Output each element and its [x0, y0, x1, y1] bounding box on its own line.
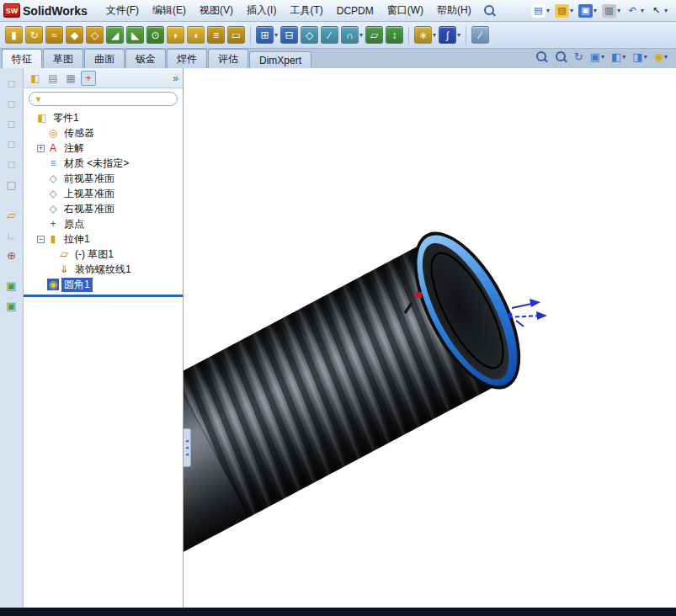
dropdown-arrow-icon[interactable]: ▾: [274, 31, 278, 39]
tree-item-annotations[interactable]: +A注解: [24, 141, 183, 156]
dropdown-arrow-icon[interactable]: ▾: [359, 31, 363, 39]
display-style-button[interactable]: ◧▾: [611, 50, 625, 63]
tree-item-fillet1[interactable]: ◉圆角1: [24, 277, 183, 292]
propertymanager-tab-icon[interactable]: ▤: [45, 71, 61, 86]
tree-item-front-plane[interactable]: ◇前视基准面: [24, 171, 183, 186]
select-tool-button[interactable]: ∕: [471, 26, 489, 44]
dropdown-arrow-icon[interactable]: ▾: [622, 53, 625, 61]
open-document-button[interactable]: ▨▾: [555, 4, 573, 18]
sketch-edit-icon[interactable]: ▱: [3, 206, 20, 223]
rebuild-icon[interactable]: ▣: [3, 277, 20, 294]
dimension-icon[interactable]: ∟: [3, 226, 20, 243]
loft-boss-button[interactable]: ◆: [66, 26, 83, 44]
spline-tool-button[interactable]: ∫▾: [439, 26, 460, 44]
panel-chevron-icon[interactable]: »: [173, 72, 178, 84]
reference-axis-button[interactable]: ∕: [321, 26, 338, 44]
filter-bar[interactable]: ▼: [29, 92, 178, 106]
view-front-icon[interactable]: □: [3, 95, 20, 112]
dropdown-arrow-icon[interactable]: ▾: [593, 7, 597, 14]
menu-edit[interactable]: 编辑(E): [146, 1, 193, 20]
hide-show-button[interactable]: ◨▾: [632, 50, 647, 63]
smart-dimension-button[interactable]: ↕: [386, 26, 403, 44]
save-document-button[interactable]: ▣▾: [578, 4, 597, 18]
view-palette-icon[interactable]: □: [3, 75, 20, 92]
view-orientation-button[interactable]: ▣▾: [590, 50, 604, 63]
appearances-button[interactable]: ∗▾: [414, 26, 436, 44]
menu-help[interactable]: 帮助(H): [430, 1, 478, 20]
mirror-button[interactable]: ⊟: [280, 26, 298, 44]
menu-file[interactable]: 文件(F): [99, 1, 146, 20]
tab-评估[interactable]: 评估: [208, 49, 248, 68]
view-section-icon[interactable]: ▢: [3, 176, 20, 193]
appearance-button[interactable]: ◉▾: [654, 50, 668, 63]
rollback-bar[interactable]: [24, 295, 183, 297]
dropdown-arrow-icon[interactable]: ▾: [617, 7, 620, 14]
tab-DimXpert[interactable]: DimXpert: [249, 51, 311, 68]
expand-icon[interactable]: +: [37, 145, 45, 152]
new-document-button[interactable]: ▤▾: [531, 4, 550, 18]
menu-tools[interactable]: 工具(T): [283, 1, 329, 20]
featuremanager-tab-icon[interactable]: ◧: [28, 71, 43, 86]
settings-icon[interactable]: ▣: [3, 297, 20, 314]
revolved-cut-button[interactable]: ◣: [126, 26, 144, 44]
menu-dcpdm[interactable]: DCPDM: [330, 3, 381, 19]
swept-boss-button[interactable]: ≈: [45, 26, 63, 44]
revolve-boss-button[interactable]: ↻: [25, 26, 43, 44]
print-document-button[interactable]: ▥▾: [602, 4, 620, 18]
curves-button[interactable]: ∩▾: [341, 26, 363, 44]
tree-item-sketch1[interactable]: ▱(-) 草图1: [24, 247, 183, 262]
tree-item-cosmetic-thread1[interactable]: ⇓装饰螺纹线1: [24, 262, 183, 277]
threaded-rod-model[interactable]: [184, 215, 542, 608]
model-3d-view[interactable]: [184, 68, 676, 608]
dropdown-arrow-icon[interactable]: ▾: [546, 7, 550, 14]
view-right-icon[interactable]: □: [3, 135, 20, 152]
extruded-cut-button[interactable]: ◢: [106, 26, 124, 44]
tree-item-material[interactable]: ≡材质 <未指定>: [24, 156, 183, 171]
rib-button[interactable]: ≡: [207, 26, 225, 44]
select-pointer-button[interactable]: ↖▾: [649, 4, 668, 18]
graphics-viewport[interactable]: ◂◂◂: [184, 68, 676, 608]
tab-钣金[interactable]: 钣金: [125, 49, 166, 68]
zoom-to-area-button[interactable]: [555, 50, 567, 63]
extrude-boss-button[interactable]: ▮: [5, 26, 23, 44]
undo-button[interactable]: ↶▾: [625, 4, 644, 18]
menu-insert[interactable]: 插入(I): [240, 1, 283, 20]
tab-曲面[interactable]: 曲面: [84, 49, 125, 68]
dropdown-arrow-icon[interactable]: ▾: [433, 31, 436, 39]
tab-焊件[interactable]: 焊件: [167, 49, 207, 68]
menu-view[interactable]: 视图(V): [193, 1, 240, 20]
panel-splitter-handle[interactable]: ◂◂◂: [184, 428, 191, 467]
search-icon[interactable]: [483, 4, 496, 17]
hole-wizard-button[interactable]: ⊙: [146, 26, 164, 44]
tree-item-right-plane[interactable]: ◇右视基准面: [24, 201, 183, 216]
fillet-button[interactable]: ◗: [167, 26, 184, 44]
view-top-icon[interactable]: □: [3, 115, 20, 132]
dimxpertmanager-tab-icon[interactable]: +: [81, 71, 96, 86]
collapse-icon[interactable]: −: [37, 236, 45, 243]
menu-window[interactable]: 窗口(W): [381, 1, 430, 20]
tree-item-part1[interactable]: ◧零件1: [24, 110, 183, 125]
boundary-boss-button[interactable]: ◇: [86, 26, 104, 44]
dropdown-arrow-icon[interactable]: ▾: [457, 31, 460, 39]
dropdown-arrow-icon[interactable]: ▾: [570, 7, 573, 14]
tab-草图[interactable]: 草图: [43, 49, 83, 68]
dropdown-arrow-icon[interactable]: ▾: [644, 53, 647, 61]
configurationmanager-tab-icon[interactable]: ▦: [63, 71, 78, 86]
linear-pattern-button[interactable]: ⊞▾: [256, 26, 278, 44]
sketch-button[interactable]: ▱: [365, 26, 383, 44]
tree-item-origin[interactable]: +原点: [24, 216, 183, 231]
tree-item-extrude1[interactable]: −▮拉伸1: [24, 231, 183, 247]
zoom-to-fit-button[interactable]: [535, 50, 548, 63]
dropdown-arrow-icon[interactable]: ▾: [664, 53, 668, 61]
mate-icon[interactable]: ⊕: [3, 247, 20, 263]
view-iso-icon[interactable]: □: [3, 156, 20, 173]
tab-特征[interactable]: 特征: [2, 49, 42, 68]
tree-item-sensors[interactable]: ◎传感器: [24, 125, 183, 141]
chamfer-button[interactable]: ◖: [187, 26, 205, 44]
dropdown-arrow-icon[interactable]: ▾: [641, 7, 644, 14]
dropdown-arrow-icon[interactable]: ▾: [601, 53, 604, 61]
tree-item-top-plane[interactable]: ◇上视基准面: [24, 186, 183, 201]
reference-plane-button[interactable]: ◇: [301, 26, 318, 44]
dropdown-arrow-icon[interactable]: ▾: [664, 7, 668, 14]
shell-button[interactable]: ▭: [227, 26, 245, 44]
